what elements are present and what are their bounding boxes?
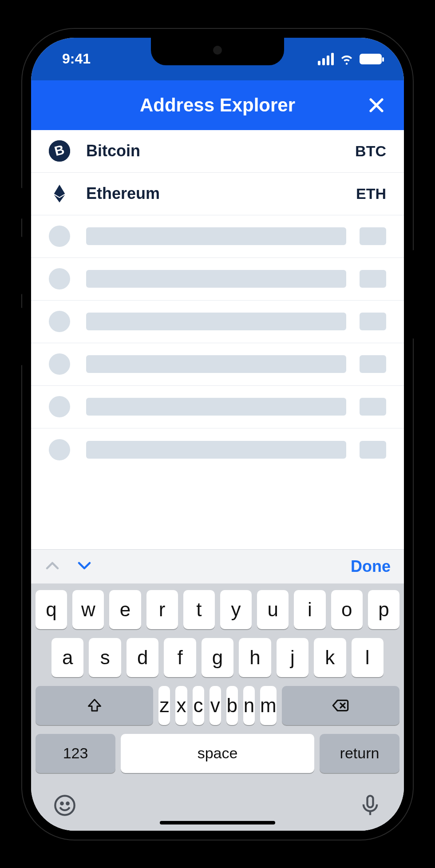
battery-icon <box>360 54 382 64</box>
key-u[interactable]: u <box>257 590 289 629</box>
backspace-icon <box>332 697 349 714</box>
svg-point-3 <box>61 802 63 804</box>
keyboard: qwertyuiop asdfghjkl zxcvbnm 123 space r… <box>31 584 404 831</box>
status-time: 9:41 <box>62 51 91 67</box>
key-j[interactable]: j <box>277 638 308 677</box>
key-n[interactable]: n <box>243 686 255 725</box>
asset-name: Bitcoin <box>86 142 355 160</box>
key-e[interactable]: e <box>109 590 141 629</box>
asset-symbol: BTC <box>355 143 386 160</box>
volume-down-button <box>19 308 23 365</box>
prev-field-button[interactable] <box>44 558 60 575</box>
key-i[interactable]: i <box>294 590 325 629</box>
svg-point-4 <box>67 802 68 804</box>
key-x[interactable]: x <box>175 686 187 725</box>
skeleton-row <box>31 386 404 428</box>
chevron-up-icon <box>44 558 60 574</box>
ringer-switch <box>19 188 23 219</box>
key-o[interactable]: o <box>331 590 363 629</box>
key-a[interactable]: a <box>51 638 83 677</box>
key-f[interactable]: f <box>164 638 196 677</box>
key-r[interactable]: r <box>146 590 178 629</box>
skeleton-row <box>31 258 404 301</box>
asset-symbol: ETH <box>356 185 386 202</box>
key-z[interactable]: z <box>158 686 170 725</box>
key-s[interactable]: s <box>89 638 121 677</box>
key-m[interactable]: m <box>260 686 277 725</box>
keyboard-row-2: asdfghjkl <box>36 638 399 677</box>
backspace-key[interactable] <box>282 686 399 725</box>
skeleton-row <box>31 428 404 471</box>
microphone-icon <box>359 794 382 817</box>
keyboard-row-3: zxcvbnm <box>36 686 399 725</box>
notch <box>151 38 284 65</box>
close-button[interactable] <box>367 95 386 115</box>
emoji-icon <box>53 794 76 817</box>
skeleton-row <box>31 301 404 343</box>
dictation-key[interactable] <box>359 794 382 819</box>
skeleton-row <box>31 215 404 258</box>
shift-key[interactable] <box>36 686 153 725</box>
nav-bar: Address Explorer <box>31 80 404 130</box>
next-field-button[interactable] <box>76 558 92 575</box>
key-w[interactable]: w <box>72 590 104 629</box>
skeleton-row <box>31 343 404 386</box>
return-key[interactable]: return <box>320 734 399 773</box>
keyboard-accessory-bar: Done <box>31 549 404 584</box>
close-icon <box>367 95 386 115</box>
keyboard-row-4: 123 space return <box>36 734 399 773</box>
cellular-icon <box>318 53 334 65</box>
power-button <box>412 250 416 339</box>
key-p[interactable]: p <box>368 590 399 629</box>
keyboard-done-button[interactable]: Done <box>351 557 391 576</box>
emoji-key[interactable] <box>53 794 76 819</box>
key-h[interactable]: h <box>239 638 271 677</box>
keyboard-row-1: qwertyuiop <box>36 590 399 629</box>
home-indicator[interactable] <box>160 821 275 824</box>
key-d[interactable]: d <box>127 638 158 677</box>
svg-point-2 <box>55 796 74 815</box>
screen: 9:41 Address Explorer B Bitcoin BTC <box>31 38 404 831</box>
key-y[interactable]: y <box>220 590 252 629</box>
key-k[interactable]: k <box>314 638 346 677</box>
key-g[interactable]: g <box>202 638 233 677</box>
phone-frame: 9:41 Address Explorer B Bitcoin BTC <box>21 28 414 840</box>
volume-up-button <box>19 237 23 294</box>
key-t[interactable]: t <box>183 590 215 629</box>
numbers-key[interactable]: 123 <box>36 734 115 773</box>
asset-row-bitcoin[interactable]: B Bitcoin BTC <box>31 130 404 173</box>
asset-row-ethereum[interactable]: Ethereum ETH <box>31 173 404 215</box>
space-key[interactable]: space <box>121 734 314 773</box>
page-title: Address Explorer <box>140 95 295 116</box>
bitcoin-icon: B <box>49 140 70 162</box>
status-right <box>318 52 382 66</box>
ethereum-icon <box>49 183 70 204</box>
wifi-icon <box>340 52 353 66</box>
key-l[interactable]: l <box>352 638 384 677</box>
asset-list: B Bitcoin BTC Ethereum ETH <box>31 130 404 549</box>
asset-name: Ethereum <box>86 184 356 203</box>
key-q[interactable]: q <box>36 590 67 629</box>
key-v[interactable]: v <box>210 686 221 725</box>
shift-icon <box>87 698 103 713</box>
chevron-down-icon <box>76 558 92 574</box>
svg-rect-5 <box>368 796 373 807</box>
key-c[interactable]: c <box>193 686 204 725</box>
key-b[interactable]: b <box>226 686 238 725</box>
